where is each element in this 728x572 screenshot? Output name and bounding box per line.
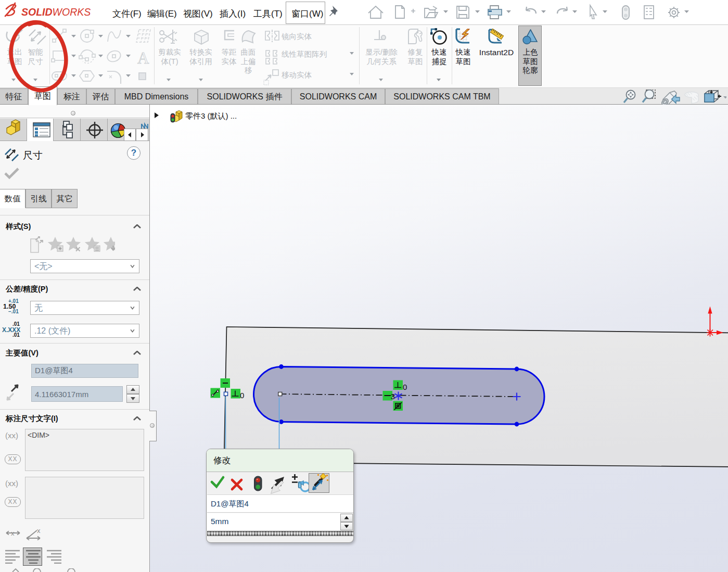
svg-text:0: 0 — [403, 383, 407, 391]
svg-text:0: 0 — [240, 391, 244, 400]
svg-text:x: x — [37, 529, 41, 535]
svg-text:x: x — [11, 529, 15, 537]
svg-text:3: 3 — [391, 392, 395, 401]
svg-text:A: A — [137, 49, 149, 67]
